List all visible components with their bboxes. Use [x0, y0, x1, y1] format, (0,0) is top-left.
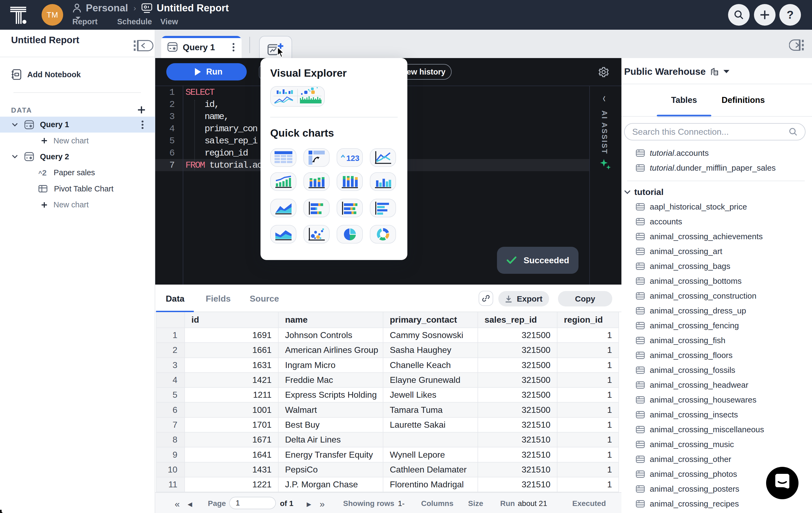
svg-text:123: 123: [346, 154, 359, 162]
